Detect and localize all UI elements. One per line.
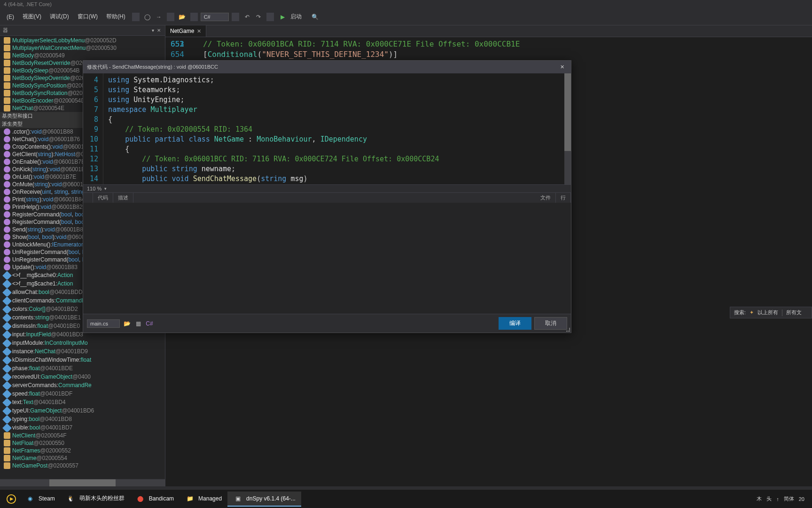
zoom-status: 110 % ▾ xyxy=(83,184,571,192)
tree-item[interactable]: text : Text @04001BD4 xyxy=(0,398,165,406)
col-file[interactable]: 文件 xyxy=(536,193,556,203)
taskbar-app[interactable]: ⬤Bandicam xyxy=(130,492,180,507)
tray-ime[interactable]: 简体 xyxy=(784,495,794,502)
tree-item[interactable]: typing : bool @04001BD8 xyxy=(0,415,165,423)
dialog-title: 修改代码 - SendChatMessage(string) : void @0… xyxy=(87,64,218,71)
separator xyxy=(190,13,198,21)
star-icon[interactable]: ✦ xyxy=(750,310,754,316)
tray-item[interactable]: 木 xyxy=(757,495,762,502)
tree-item[interactable]: NetGamePost @02000557 xyxy=(0,462,165,469)
menu-window[interactable]: 窗口(W) xyxy=(74,11,102,22)
taskbar-app[interactable]: ▣dnSpy v6.1.4 (64-... xyxy=(227,492,301,507)
tree-item[interactable]: kDismissChatWindowTime : float xyxy=(0,356,165,364)
col-icon xyxy=(83,193,93,203)
taskbar: ◉Steam🐧萌新木头的粉丝群⬤Bandicam📁Managed▣dnSpy v… xyxy=(0,489,812,508)
tray-item[interactable]: 20 xyxy=(799,496,804,502)
search-icon[interactable]: 🔍 xyxy=(311,13,320,21)
tree-item[interactable]: typeUI : GameObject @04001BD6 xyxy=(0,406,165,415)
csharp-icon[interactable]: C# xyxy=(145,319,154,328)
system-tray[interactable]: 木 头 ↑ 简体 20 xyxy=(757,495,808,502)
scrollbar-horizontal[interactable] xyxy=(0,479,165,486)
window-title: 4 (64-bit, .NET Core) xyxy=(0,0,812,8)
separator xyxy=(167,13,174,21)
separator xyxy=(266,13,274,21)
tree-item[interactable]: NetGame @02000554 xyxy=(0,454,165,462)
tree-item[interactable]: MultiplayerSelectLobbyMenu @0200052D xyxy=(0,37,165,44)
sidebar-header: 器 ▾ ✕ xyxy=(0,25,165,36)
tree-item[interactable]: instance : NetChat @04001BD9 xyxy=(0,347,165,356)
search-toolbar: 搜索: ✦ 以上所有 所有文 xyxy=(730,307,812,318)
tree-item[interactable]: receivedUI : GameObject @0400 xyxy=(0,373,165,381)
menu-help[interactable]: 帮助(H) xyxy=(102,11,129,22)
open-folder-icon[interactable]: 📂 xyxy=(123,319,131,328)
dialog-titlebar[interactable]: 修改代码 - SendChatMessage(string) : void @0… xyxy=(83,61,571,73)
resize-grip[interactable] xyxy=(565,327,571,333)
filter-dropdown[interactable]: 所有文 xyxy=(786,309,802,316)
tray-item[interactable]: 头 xyxy=(766,495,772,502)
col-line[interactable]: 行 xyxy=(556,193,571,203)
cancel-button[interactable]: 取消 xyxy=(534,317,567,330)
scrollbar-vertical[interactable] xyxy=(564,73,571,184)
tree-item[interactable]: NetFloat @02000550 xyxy=(0,439,165,447)
menu-file[interactable]: (E) xyxy=(3,12,18,22)
start-button[interactable] xyxy=(4,492,19,507)
compile-button[interactable]: 编译 xyxy=(499,317,531,330)
taskbar-app[interactable]: 📁Managed xyxy=(180,492,227,507)
open-icon[interactable]: 📂 xyxy=(178,13,187,21)
close-icon[interactable]: ✕ xyxy=(157,28,161,33)
filename-dropdown[interactable]: main.cs xyxy=(87,319,120,328)
undo-icon[interactable]: ↶ xyxy=(243,13,251,21)
redo-icon[interactable]: ↷ xyxy=(254,13,263,21)
language-dropdown[interactable]: C# xyxy=(201,13,229,21)
binary-icon[interactable]: ▦ xyxy=(134,319,142,328)
tree-item[interactable]: speed : float @04001BDF xyxy=(0,389,165,398)
separator xyxy=(132,13,140,21)
editor-tabs: NetGame ✕ xyxy=(165,25,812,37)
tab-label: NetGame xyxy=(170,28,194,34)
col-desc[interactable]: 描述 xyxy=(113,193,133,203)
panel-label: 器 xyxy=(3,27,8,34)
menu-view[interactable]: 视图(V) xyxy=(19,11,45,22)
tree-item[interactable]: NetClient @0200054F xyxy=(0,432,165,439)
error-list-header: 代码 描述 文件 行 xyxy=(83,192,571,203)
nav-fwd-icon[interactable]: → xyxy=(155,13,163,21)
menu-bar: (E) 视图(V) 调试(D) 窗口(W) 帮助(H) ◯ → 📂 C# ↶ ↷… xyxy=(0,8,812,25)
dialog-code-editor[interactable]: 4567891011121314151617181920212223242526… xyxy=(83,73,571,184)
tree-item[interactable]: NetBody @02000549 xyxy=(0,52,165,59)
run-label: 启动 xyxy=(287,11,305,22)
chevron-down-icon[interactable]: ▾ xyxy=(152,28,154,33)
close-icon[interactable]: ✕ xyxy=(557,63,567,71)
close-icon[interactable]: ✕ xyxy=(197,28,201,34)
taskbar-app[interactable]: 🐧萌新木头的粉丝群 xyxy=(61,492,130,507)
tree-item[interactable]: MultiplayerWaitConnectMenu @02000530 xyxy=(0,44,165,52)
search-label: 搜索: xyxy=(734,309,746,316)
code-body[interactable]: using System.Diagnostics;using Steamwork… xyxy=(103,73,571,184)
taskbar-app[interactable]: ◉Steam xyxy=(20,492,61,507)
tray-item[interactable]: ↑ xyxy=(776,496,779,502)
tree-item[interactable]: visible : bool @04001BD7 xyxy=(0,423,165,432)
separator xyxy=(232,13,239,21)
scope-dropdown[interactable]: 以上所有 xyxy=(757,309,778,316)
menu-debug[interactable]: 调试(D) xyxy=(46,11,73,22)
col-code[interactable]: 代码 xyxy=(93,193,113,203)
error-list-body xyxy=(83,203,571,314)
line-gutter: 4567891011121314151617181920212223242526 xyxy=(83,73,103,184)
tree-item[interactable]: phase : float @04001BDE xyxy=(0,364,165,373)
tree-item[interactable]: NetFrames @02000552 xyxy=(0,447,165,454)
tab-netgame[interactable]: NetGame ✕ xyxy=(165,25,206,37)
tree-item[interactable]: inputModule : InControlInputMo xyxy=(0,339,165,347)
dialog-footer: main.cs 📂 ▦ C# 编译 取消 xyxy=(83,314,571,333)
tree-item[interactable]: serverCommands : CommandRe xyxy=(0,381,165,389)
edit-code-dialog: 修改代码 - SendChatMessage(string) : void @0… xyxy=(83,60,571,333)
chevron-down-icon[interactable]: ▾ xyxy=(104,186,107,191)
run-button[interactable]: ▶ 启动 xyxy=(277,10,309,23)
zoom-level[interactable]: 110 % xyxy=(87,186,102,191)
nav-back-icon[interactable]: ◯ xyxy=(143,13,152,21)
